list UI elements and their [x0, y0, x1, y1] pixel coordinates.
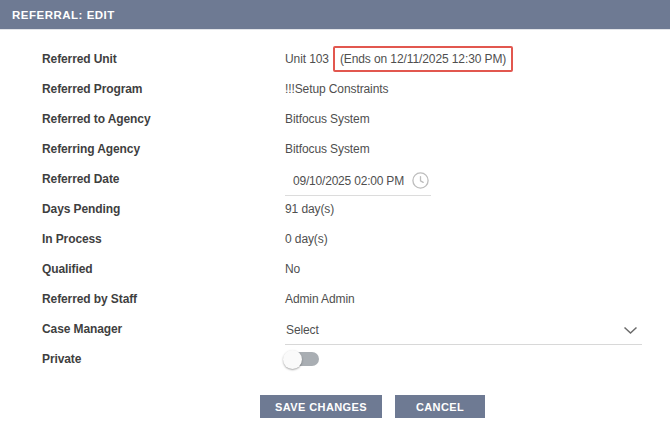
- referred-to-agency-value: Bitfocus System: [285, 112, 370, 126]
- referred-unit-value: Unit 103(Ends on 12/11/2025 12:30 PM): [285, 46, 513, 72]
- days-pending-value: 91 day(s): [285, 202, 334, 216]
- save-changes-button[interactable]: SAVE CHANGES: [260, 395, 382, 418]
- unit-name: Unit 103: [285, 52, 329, 66]
- field-label: Qualified: [0, 262, 285, 276]
- field-label: Days Pending: [0, 202, 285, 216]
- referred-date-value[interactable]: 09/10/2025 02:00 PM: [293, 174, 404, 188]
- field-row-referred-date: Referred Date 09/10/2025 02:00 PM: [0, 164, 670, 194]
- field-label: Referred Unit: [0, 52, 285, 66]
- field-label: Private: [0, 352, 285, 366]
- toggle-knob[interactable]: [283, 350, 302, 369]
- in-process-value: 0 day(s): [285, 232, 328, 246]
- field-row-referred-program: Referred Program !!!Setup Constraints: [0, 74, 670, 104]
- field-row-private: Private: [0, 344, 670, 374]
- cancel-button[interactable]: CANCEL: [395, 395, 485, 418]
- field-label: Referring Agency: [0, 142, 285, 156]
- case-manager-select[interactable]: Select: [285, 323, 642, 345]
- unit-end-date-highlight: (Ends on 12/11/2025 12:30 PM): [333, 46, 513, 72]
- form-actions: SAVE CHANGES CANCEL: [260, 395, 670, 418]
- field-label: In Process: [0, 232, 285, 246]
- referred-by-staff-value: Admin Admin: [285, 292, 355, 306]
- referring-agency-value: Bitfocus System: [285, 142, 370, 156]
- field-label: Referred to Agency: [0, 112, 285, 126]
- page-title: REFERRAL: EDIT: [0, 0, 670, 30]
- field-row-referred-to-agency: Referred to Agency Bitfocus System: [0, 104, 670, 134]
- field-row-days-pending: Days Pending 91 day(s): [0, 194, 670, 224]
- clock-icon[interactable]: [412, 172, 429, 189]
- field-label: Referred Date: [0, 172, 285, 186]
- referral-edit-form: Referred Unit Unit 103(Ends on 12/11/202…: [0, 30, 670, 418]
- field-row-referring-agency: Referring Agency Bitfocus System: [0, 134, 670, 164]
- chevron-down-icon[interactable]: [623, 326, 638, 335]
- field-label: Case Manager: [0, 322, 285, 336]
- case-manager-selected-value[interactable]: Select: [286, 323, 319, 337]
- field-row-in-process: In Process 0 day(s): [0, 224, 670, 254]
- referred-date-input[interactable]: 09/10/2025 02:00 PM: [285, 172, 431, 196]
- referred-program-value: !!!Setup Constraints: [285, 82, 388, 96]
- field-label: Referred by Staff: [0, 292, 285, 306]
- field-row-referred-by-staff: Referred by Staff Admin Admin: [0, 284, 670, 314]
- field-row-qualified: Qualified No: [0, 254, 670, 284]
- field-row-referred-unit: Referred Unit Unit 103(Ends on 12/11/202…: [0, 44, 670, 74]
- field-row-case-manager: Case Manager Select: [0, 314, 670, 344]
- qualified-value: No: [285, 262, 300, 276]
- field-label: Referred Program: [0, 82, 285, 96]
- private-toggle[interactable]: [286, 352, 319, 366]
